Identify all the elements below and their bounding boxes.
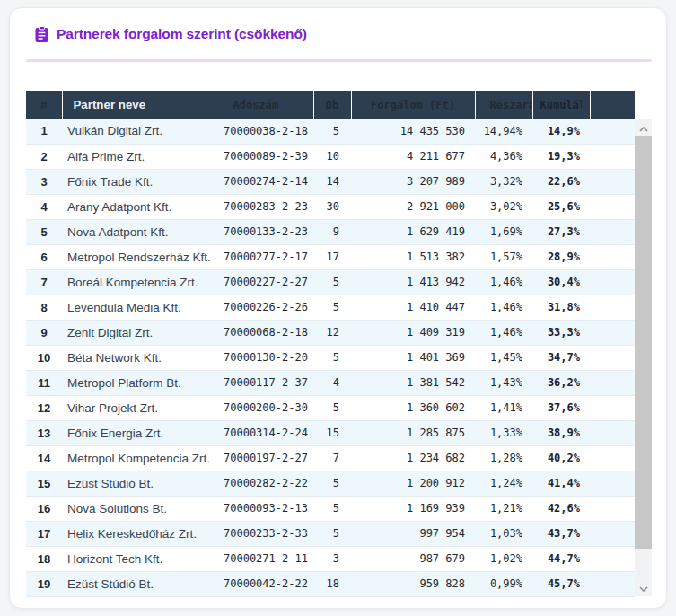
cell-forgalom: 1 410 447 bbox=[351, 295, 475, 320]
cell-forgalom: 1 285 875 bbox=[351, 420, 475, 445]
cell-spacer bbox=[590, 471, 635, 496]
cell-rank: 5 bbox=[26, 219, 62, 244]
cell-kumulalt: 27,3% bbox=[532, 219, 590, 244]
cell-tax_id: 70000093-2-13 bbox=[215, 496, 313, 521]
cell-db: 4 bbox=[313, 370, 351, 395]
partners-table: #Partner neveAdószámDbForgalom (Ft)Résza… bbox=[26, 91, 635, 597]
table-row: 12Vihar Projekt Zrt.70000200-2-3051 360 … bbox=[26, 395, 635, 420]
cell-rank: 8 bbox=[26, 295, 62, 320]
cell-reszarany: 1,46% bbox=[475, 269, 532, 295]
cell-db: 5 bbox=[313, 521, 351, 546]
column-header-forgalom: Forgalom (Ft) bbox=[351, 91, 475, 119]
table-row: 13Főnix Energia Zrt.70000314-2-24151 285… bbox=[26, 420, 635, 445]
card-header: Partnerek forgalom szerint (csökkenő) bbox=[26, 23, 652, 45]
cell-reszarany: 1,24% bbox=[475, 471, 532, 496]
cell-kumulalt: 33,3% bbox=[532, 320, 590, 345]
cell-forgalom: 997 954 bbox=[351, 521, 475, 546]
cell-kumulalt: 44,7% bbox=[532, 546, 590, 571]
cell-kumulalt: 42,6% bbox=[532, 496, 590, 521]
cell-forgalom: 1 401 369 bbox=[351, 345, 475, 370]
cell-partner: Nova Solutions Bt. bbox=[62, 496, 215, 521]
cell-rank: 6 bbox=[26, 244, 62, 269]
cell-spacer bbox=[590, 194, 635, 219]
table-header-row: #Partner neveAdószámDbForgalom (Ft)Résza… bbox=[26, 91, 635, 119]
cell-spacer bbox=[590, 295, 635, 320]
cell-forgalom: 1 409 319 bbox=[351, 320, 475, 345]
cell-db: 7 bbox=[313, 445, 351, 471]
cell-partner: Zenit Digital Zrt. bbox=[62, 320, 215, 345]
cell-spacer bbox=[590, 521, 635, 546]
column-header-kumulalt: Kumulált bbox=[532, 91, 590, 119]
cell-db: 15 bbox=[313, 420, 351, 445]
cell-tax_id: 70000133-2-23 bbox=[215, 219, 313, 244]
cell-db: 5 bbox=[313, 395, 351, 420]
cell-forgalom: 1 200 912 bbox=[351, 471, 475, 496]
cell-tax_id: 70000130-2-20 bbox=[215, 345, 313, 370]
cell-spacer bbox=[590, 571, 635, 596]
cell-forgalom: 1 629 419 bbox=[351, 219, 475, 244]
scrollbar-thumb[interactable] bbox=[635, 136, 652, 549]
cell-spacer bbox=[590, 546, 635, 571]
cell-partner: Béta Network Kft. bbox=[62, 345, 215, 370]
cell-reszarany: 1,57% bbox=[475, 244, 532, 269]
cell-spacer bbox=[590, 345, 635, 370]
cell-reszarany: 1,69% bbox=[475, 219, 532, 244]
cell-db: 30 bbox=[313, 194, 351, 219]
cell-partner: Ezüst Stúdió Bt. bbox=[62, 571, 215, 596]
cell-kumulalt: 25,6% bbox=[532, 194, 590, 219]
cell-tax_id: 70000042-2-22 bbox=[215, 571, 313, 596]
cell-kumulalt: 30,4% bbox=[532, 269, 590, 295]
scroll-down-button[interactable] bbox=[635, 578, 652, 596]
table-row: 8Levendula Media Kft.70000226-2-2651 410… bbox=[26, 295, 635, 320]
chevron-up-icon bbox=[639, 119, 648, 136]
cell-tax_id: 70000271-2-11 bbox=[215, 546, 313, 571]
cell-reszarany: 1,21% bbox=[475, 496, 532, 521]
cell-forgalom: 1 413 942 bbox=[351, 269, 475, 295]
cell-partner: Vihar Projekt Zrt. bbox=[62, 395, 215, 420]
table-row: 19Ezüst Stúdió Bt.70000042-2-2218959 828… bbox=[26, 571, 635, 596]
cell-db: 12 bbox=[313, 320, 351, 345]
cell-partner: Horizont Tech Kft. bbox=[62, 546, 215, 571]
page-background: Partnerek forgalom szerint (csökkenő) #P… bbox=[0, 0, 676, 616]
cell-kumulalt: 22,6% bbox=[532, 169, 590, 194]
clipboard-icon bbox=[35, 26, 48, 43]
cell-partner: Vulkán Digital Zrt. bbox=[62, 119, 215, 144]
cell-partner: Metropol Rendszerház Kft. bbox=[62, 244, 215, 269]
scroll-up-button[interactable] bbox=[635, 119, 652, 136]
cell-forgalom: 1 169 939 bbox=[351, 496, 475, 521]
table-row: 14Metropol Kompetencia Zrt.70000197-2-27… bbox=[26, 445, 635, 471]
cell-tax_id: 70000038-2-18 bbox=[215, 119, 313, 144]
cell-kumulalt: 31,8% bbox=[532, 295, 590, 320]
cell-forgalom: 14 435 530 bbox=[351, 119, 475, 144]
cell-kumulalt: 37,6% bbox=[532, 395, 590, 420]
cell-rank: 9 bbox=[26, 320, 62, 345]
cell-rank: 10 bbox=[26, 345, 62, 370]
cell-tax_id: 70000226-2-26 bbox=[215, 295, 313, 320]
title-divider bbox=[26, 59, 652, 62]
table-row: 18Horizont Tech Kft.70000271-2-113987 67… bbox=[26, 546, 635, 571]
column-header-reszarany: Részarány bbox=[475, 91, 532, 119]
table-row: 6Metropol Rendszerház Kft.70000277-2-171… bbox=[26, 244, 635, 269]
table-row: 15Ezüst Stúdió Bt.70000282-2-2251 200 91… bbox=[26, 471, 635, 496]
cell-forgalom: 1 381 542 bbox=[351, 370, 475, 395]
cell-tax_id: 70000197-2-27 bbox=[215, 445, 313, 471]
cell-forgalom: 1 360 602 bbox=[351, 395, 475, 420]
cell-kumulalt: 43,7% bbox=[532, 521, 590, 546]
cell-kumulalt: 36,2% bbox=[532, 370, 590, 395]
vertical-scrollbar[interactable] bbox=[635, 119, 652, 596]
cell-rank: 17 bbox=[26, 521, 62, 546]
cell-rank: 18 bbox=[26, 546, 62, 571]
cell-db: 5 bbox=[313, 119, 351, 144]
cell-forgalom: 2 921 000 bbox=[351, 194, 475, 219]
cell-partner: Metropol Platform Bt. bbox=[62, 370, 215, 395]
cell-spacer bbox=[590, 395, 635, 420]
cell-rank: 3 bbox=[26, 169, 62, 194]
cell-spacer bbox=[590, 420, 635, 445]
cell-forgalom: 4 211 677 bbox=[351, 144, 475, 169]
column-header-spacer bbox=[590, 91, 635, 119]
cell-tax_id: 70000282-2-22 bbox=[215, 471, 313, 496]
cell-rank: 2 bbox=[26, 144, 62, 169]
cell-reszarany: 0,99% bbox=[475, 571, 532, 596]
cell-tax_id: 70000233-2-33 bbox=[215, 521, 313, 546]
cell-reszarany: 1,03% bbox=[475, 521, 532, 546]
